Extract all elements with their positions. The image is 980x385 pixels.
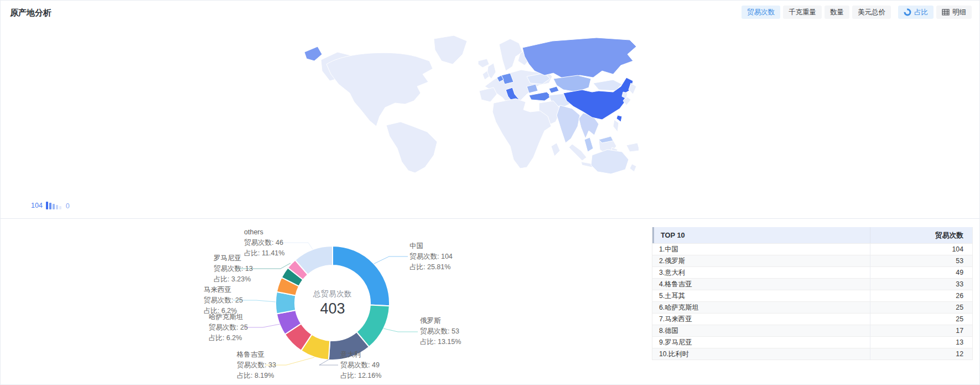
table-cell-country: 2.俄罗斯	[652, 255, 870, 266]
table-cell-country: 3.意大利	[652, 267, 870, 278]
table-row: 6.哈萨克斯坦25	[652, 301, 972, 313]
table-cell-country: 4.格鲁吉亚	[652, 279, 870, 290]
table-cell-value: 25	[870, 314, 972, 325]
metric-tab-2[interactable]: 数量	[825, 6, 849, 19]
world-choropleth-map[interactable]	[302, 32, 639, 174]
button-label: 千克重量	[789, 8, 816, 17]
metric-tab-0[interactable]: 贸易次数	[742, 6, 780, 19]
table-cell-value: 53	[870, 255, 972, 266]
map-country[interactable]	[616, 115, 622, 122]
button-label: 明细	[952, 8, 966, 17]
donut-chart-icon	[904, 8, 911, 16]
origin-analysis-card: 原产地分析 贸易次数千克重量数量美元总价占比明细	[0, 0, 980, 385]
table-cell-country: 9.罗马尼亚	[652, 337, 870, 348]
callout-leader-line	[265, 357, 314, 365]
table-cell-value: 49	[870, 267, 972, 278]
button-label: 美元总价	[858, 8, 885, 17]
metric-tab-3[interactable]: 美元总价	[852, 6, 891, 19]
table-row: 9.罗马尼亚13	[652, 336, 972, 348]
table-cell-value: 12	[870, 348, 972, 360]
table-cell-country: 1.中国	[652, 244, 870, 255]
callout-leader-line	[279, 243, 313, 249]
table-icon	[942, 9, 950, 16]
table-row: 2.俄罗斯53	[652, 255, 972, 266]
metric-toolbar: 贸易次数千克重量数量美元总价占比明细	[739, 6, 972, 19]
table-cell-value: 25	[870, 302, 972, 313]
metric-tab-1[interactable]: 千克重量	[783, 6, 822, 19]
callout-leader-line	[374, 256, 408, 264]
table-header-metric: 贸易次数	[870, 227, 972, 243]
legend-max-value: 104	[31, 202, 43, 209]
table-header-top10: TOP 10	[654, 227, 870, 243]
legend-gradient-bars	[46, 202, 63, 209]
table-cell-value: 104	[870, 244, 972, 255]
table-cell-country: 7.马来西亚	[652, 314, 870, 325]
world-map-svg	[302, 32, 639, 174]
table-row: 4.格鲁吉亚33	[652, 278, 972, 290]
map-country[interactable]	[522, 38, 636, 79]
map-country[interactable]	[304, 47, 322, 61]
table-cell-country: 10.比利时	[652, 348, 870, 360]
button-label: 贸易次数	[747, 8, 775, 17]
table-row: 7.马来西亚25	[652, 313, 972, 325]
map-country[interactable]	[584, 137, 593, 152]
table-cell-country: 5.土耳其	[652, 290, 870, 301]
map-country[interactable]	[549, 86, 559, 93]
pie-slice-中国[interactable]	[333, 246, 390, 306]
table-row: 8.德国17	[652, 325, 972, 336]
table-row: 3.意大利49	[652, 266, 972, 278]
button-label: 数量	[830, 8, 844, 17]
legend-min-value: 0	[66, 203, 70, 209]
map-country[interactable]	[553, 75, 591, 92]
table-cell-value: 33	[870, 279, 972, 290]
card-header: 原产地分析 贸易次数千克重量数量美元总价占比明细	[1, 1, 979, 26]
callout-leader-line	[383, 328, 418, 332]
table-row: 5.土耳其26	[652, 290, 972, 301]
table-header-row: TOP 10 贸易次数	[652, 227, 972, 243]
view-tab-1[interactable]: 明细	[936, 6, 972, 19]
table-row: 10.比利时12	[652, 348, 972, 360]
map-landmasses	[304, 35, 639, 174]
callout-leader-line	[244, 324, 280, 327]
bottom-section: 总贸易次数 403 中国贸易次数: 104占比: 25.81%俄罗斯贸易次数: …	[1, 218, 979, 385]
view-tab-0[interactable]: 占比	[898, 6, 934, 19]
table-cell-value: 26	[870, 290, 972, 301]
table-cell-value: 13	[870, 337, 972, 348]
map-color-legend: 104 0	[31, 202, 70, 209]
top10-table: TOP 10 贸易次数 1.中国1042.俄罗斯533.意大利494.格鲁吉亚3…	[652, 227, 973, 360]
page-title: 原产地分析	[10, 8, 51, 18]
table-row: 1.中国104	[652, 243, 972, 255]
table-cell-country: 8.德国	[652, 325, 870, 336]
callout-leader-line	[233, 300, 276, 302]
map-country[interactable]	[529, 92, 551, 101]
button-label: 占比	[914, 8, 928, 17]
table-cell-country: 6.哈萨克斯坦	[652, 302, 870, 313]
table-cell-value: 17	[870, 325, 972, 336]
callout-leader-line	[235, 263, 291, 269]
table-body: 1.中国1042.俄罗斯533.意大利494.格鲁吉亚335.土耳其266.哈萨…	[652, 243, 972, 360]
